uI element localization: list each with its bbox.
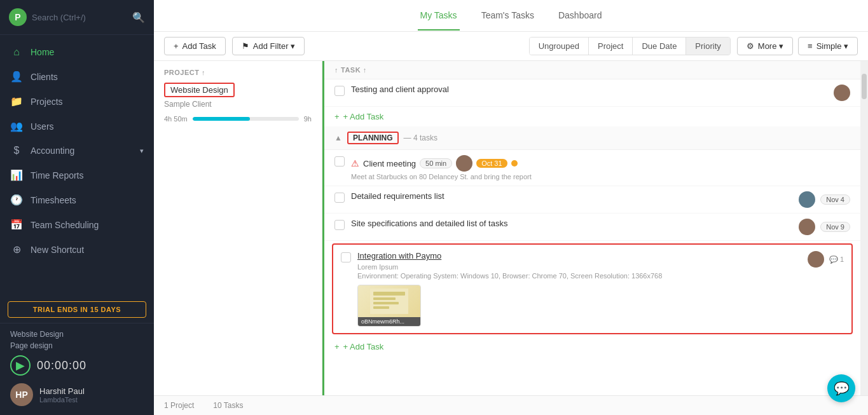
tab-teams-tasks[interactable]: Team's Tasks [479,1,537,31]
sidebar-item-label: Accounting [31,146,74,156]
section-chevron-icon[interactable]: ▲ [334,133,342,142]
group-priority-button[interactable]: Priority [686,37,729,55]
chat-button[interactable]: 💬 [827,374,855,402]
task-checkbox[interactable] [334,86,345,96]
tasks-count: 10 Tasks [213,401,243,410]
scrollbar[interactable] [860,61,868,395]
task-info: Integration with Paymo Lorem Ipsum Envir… [357,251,801,327]
add-task-row[interactable]: + + Add Task [324,107,860,126]
svg-rect-1 [373,292,405,296]
task-row: Testing and client approval [324,79,860,107]
add-task-button[interactable]: + Add Task [164,37,226,55]
tab-dashboard[interactable]: Dashboard [556,1,605,31]
task-meta: Nov 9 [799,219,850,235]
sidebar-item-label: Team Scheduling [31,220,99,230]
more-button[interactable]: ⚙ More ▾ [737,37,793,55]
sidebar-nav: ⌂ Home 👤 Clients 📁 Projects 👥 Users $ Ac… [0,35,154,296]
sidebar-item-label: Time Reports [31,170,84,180]
trial-badge: TRIAL ENDS IN 15 DAYS [8,301,146,318]
tab-my-tasks[interactable]: My Tasks [418,1,460,31]
project-panel: PROJECT ↑ Website Design Sample Client 4… [154,61,322,395]
simple-view-button[interactable]: ≡ Simple ▾ [798,37,858,55]
sidebar-item-label: Home [31,47,54,57]
attachment-thumbnail [358,285,420,317]
sidebar-item-accounting[interactable]: $ Accounting ▾ [0,139,154,163]
sidebar-item-time-reports[interactable]: 📊 Time Reports [0,163,154,187]
date-badge-nov9: Nov 9 [820,222,850,232]
gear-icon: ⚙ [747,41,754,51]
add-task-bottom-row[interactable]: + + Add Task [324,337,860,357]
current-task-name: Page design [8,341,146,350]
task-title: Site specifications and detailed list of… [351,219,792,228]
group-project-button[interactable]: Project [589,37,633,55]
task-env-info: Environment: Operating System: Windows 1… [357,272,801,280]
avatar [456,155,472,172]
user-info: Harshit Paul LambdaTest [39,386,85,404]
task-info: ⚠ Client meeting 50 min Oct 31 Meet at S… [351,155,850,180]
group-ungrouped-button[interactable]: Ungrouped [530,37,589,55]
projects-icon: 📁 [10,95,23,107]
toolbar: + Add Task ⚑ Add Filter ▾ Ungrouped Proj… [154,32,868,61]
sidebar-item-projects[interactable]: 📁 Projects [0,89,154,114]
team-scheduling-icon: 📅 [10,219,23,231]
task-checkbox[interactable] [341,252,351,262]
more-label: More ▾ [758,41,783,51]
add-filter-label: Add Filter ▾ [253,41,295,51]
task-checkbox[interactable] [334,156,345,167]
tasks-column-header: ↑ TASK ↑ [324,61,860,79]
projects-count: 1 Project [164,401,194,410]
progress-bar [193,117,299,121]
time-reports-icon: 📊 [10,169,23,181]
date-badge-oct: Oct 31 [476,159,507,168]
app-logo: P [9,8,27,26]
error-icon: ⚠ [351,158,359,168]
task-checkbox[interactable] [334,193,345,203]
sidebar-item-clients[interactable]: 👤 Clients [0,64,154,89]
add-task-label: + Add Task [343,112,384,121]
search-placeholder-text: Search (Ctrl+/) [32,13,86,22]
chevron-down-icon: ▾ [140,147,144,155]
task-meta [834,85,850,101]
task-column-label: ↑ TASK ↑ [334,66,367,74]
highlighted-task-row: Integration with Paymo Lorem Ipsum Envir… [332,243,853,334]
progress-bar-fill [193,117,250,121]
scroll-thumb[interactable] [862,74,867,99]
chevron-up-icon: ↑ [334,66,338,74]
sidebar-item-label: Users [31,121,54,132]
task-subtitle: Meet at Starbucks on 80 Delancey St. and… [351,173,850,180]
sidebar-item-new-shortcut[interactable]: ⊕ New Shortcut [0,237,154,262]
task-row: Site specifications and detailed list of… [324,214,860,241]
task-checkbox[interactable] [334,220,345,230]
project-column-header: PROJECT ↑ [164,69,312,76]
svg-rect-3 [373,302,399,304]
avatar: HP [10,383,33,406]
home-icon: ⌂ [10,46,23,58]
sidebar-item-users[interactable]: 👥 Users [0,114,154,139]
sidebar-item-label: Projects [31,97,63,107]
task-attachment[interactable]: oBNmewm6Rh... [357,285,421,327]
sidebar-item-team-scheduling[interactable]: 📅 Team Scheduling [0,212,154,237]
group-due-date-button[interactable]: Due Date [633,37,686,55]
date-badge-nov4: Nov 4 [820,194,850,205]
user-company: LambdaTest [39,396,85,404]
sidebar-search-bar[interactable]: P Search (Ctrl+/) 🔍 [0,0,154,35]
comment-icon: 💬 [829,255,838,264]
content-wrapper: PROJECT ↑ Website Design Sample Client 4… [154,61,868,395]
search-icon[interactable]: 🔍 [132,11,145,24]
sidebar-item-home[interactable]: ⌂ Home [0,40,154,64]
plus-circle-icon: ⊕ [10,243,23,255]
timer-play-button[interactable]: ▶ [10,355,31,376]
project-client-name: Sample Client [164,100,312,109]
sidebar-item-label: Clients [31,72,58,82]
top-tabs: My Tasks Team's Tasks Dashboard [154,0,868,32]
sidebar-item-timesheets[interactable]: 🕐 Timesheets [0,187,154,212]
task-info: Site specifications and detailed list of… [351,219,792,229]
task-row: ⚠ Client meeting 50 min Oct 31 Meet at S… [324,150,860,186]
add-filter-button[interactable]: ⚑ Add Filter ▾ [232,37,305,55]
timesheets-icon: 🕐 [10,194,23,206]
planning-section-header: ▲ PLANNING — 4 tasks [324,126,860,150]
main-content: My Tasks Team's Tasks Dashboard + Add Ta… [154,0,868,415]
time-badge: 50 min [420,158,452,168]
project-name-badge[interactable]: Website Design [164,83,235,97]
attachment-filename: oBNmewm6Rh... [358,317,420,326]
